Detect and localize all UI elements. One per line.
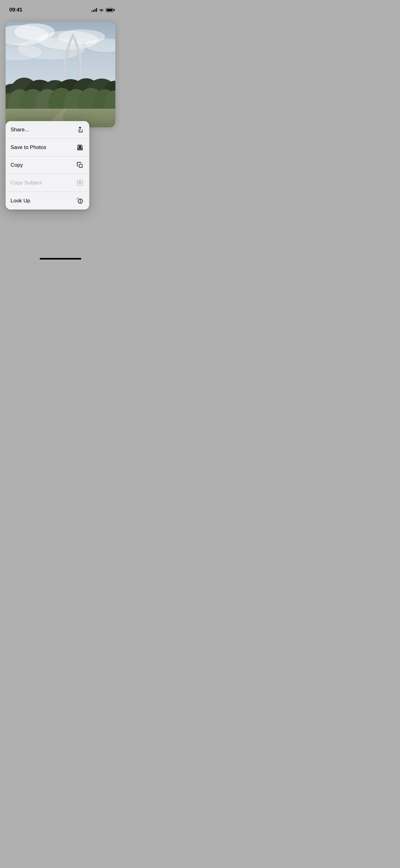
copy-icon [76, 161, 84, 169]
menu-item-save-to-photos[interactable]: Save to Photos [6, 139, 89, 156]
svg-point-33 [80, 199, 80, 200]
status-bar: 09:41 [0, 0, 121, 16]
menu-item-copy[interactable]: Copy [6, 156, 89, 174]
svg-rect-29 [77, 180, 83, 186]
context-menu: Share... Save to Photos [6, 121, 89, 210]
photo-scene [6, 22, 115, 127]
svg-line-37 [77, 198, 78, 198]
svg-rect-27 [78, 149, 82, 150]
home-indicator [40, 258, 81, 259]
signal-icon [92, 8, 97, 12]
share-label: Share... [10, 127, 29, 133]
status-icons [92, 8, 113, 12]
save-icon [76, 143, 84, 152]
menu-item-look-up[interactable]: Look Up [6, 192, 89, 210]
menu-item-share[interactable]: Share... [6, 121, 89, 139]
battery-icon [106, 8, 113, 12]
copy-subject-label: Copy Subject [10, 180, 42, 186]
wifi-icon [99, 8, 104, 12]
save-to-photos-label: Save to Photos [10, 144, 46, 151]
look-up-label: Look Up [10, 198, 30, 204]
look-up-icon [76, 196, 84, 205]
menu-item-copy-subject[interactable]: Copy Subject [6, 174, 89, 192]
svg-line-38 [77, 198, 77, 199]
svg-rect-28 [79, 164, 82, 167]
share-icon [76, 125, 84, 134]
photo-container[interactable] [6, 22, 115, 127]
copy-subject-icon [76, 179, 84, 187]
copy-label: Copy [10, 162, 23, 168]
status-time: 09:41 [9, 7, 22, 13]
